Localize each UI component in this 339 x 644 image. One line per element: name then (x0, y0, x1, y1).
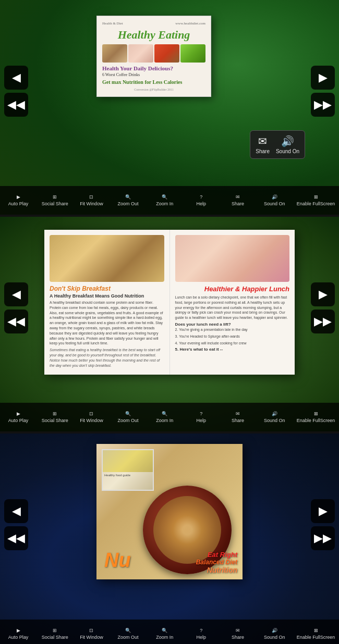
last-icon-3: ▶▶ (314, 531, 332, 545)
book-item2: Get max Nutrition for Less Calories (102, 79, 205, 85)
next-button-1[interactable]: ▶ (311, 66, 335, 90)
toolbar-zoomout-2[interactable]: 🔍 Zoom Out (114, 411, 142, 423)
toolbar-autoplay-3[interactable]: ▶ Auto Play (4, 628, 33, 640)
book-item1: 6 Worst Coffee Drinks (102, 72, 205, 77)
next-icon-3: ▶ (319, 504, 328, 518)
first-icon-2: ◀◀ (7, 315, 25, 328)
toolbar-zoomout-1[interactable]: 🔍 Zoom Out (114, 194, 142, 206)
right-section-1: Does your lunch need a lift? (175, 322, 290, 327)
zoomin-label-3: Zoom In (156, 635, 173, 640)
toolbar-help-2[interactable]: ? Help (187, 411, 215, 423)
book-1: Health & Diet www.healthdiet.com Healthy… (96, 16, 211, 97)
fitwindow-label-3: Fit Window (80, 635, 103, 640)
viewer-section-3: ◀ ▶ ◀◀ ▶▶ Healthy food guide Nu (0, 434, 339, 644)
last-icon-1: ▶▶ (314, 98, 332, 112)
toolbar-zoomin-3[interactable]: 🔍 Zoom In (150, 628, 179, 640)
right-food-image (175, 235, 290, 282)
toolbar-fullscreen-2[interactable]: ⊠ Enable FullScreen (297, 411, 335, 423)
book-double-spread: Don't Skip Breakfast A Healthy Breakfast… (44, 230, 295, 375)
toolbar-2: ▶ Auto Play ⊞ Social Share ⊡ Fit Window … (0, 403, 339, 431)
share-label: Share (256, 148, 270, 154)
zoomin-icon-3: 🔍 (162, 628, 167, 633)
toolbar-socialshare-3[interactable]: ⊞ Social Share (41, 628, 69, 640)
first-icon-1: ◀◀ (7, 98, 25, 112)
toolbar-fitwindow-3[interactable]: ⊡ Fit Window (77, 628, 106, 640)
sound-label: Sound On (276, 148, 299, 154)
toolbar-help-3[interactable]: ? Help (187, 628, 215, 640)
toolbar-socialshare-2[interactable]: ⊞ Social Share (41, 411, 69, 423)
first-button-3[interactable]: ◀◀ (4, 526, 28, 550)
text-overlay-left: Nu (104, 549, 131, 572)
last-icon-2: ▶▶ (314, 315, 332, 328)
next-icon-2: ▶ (319, 288, 328, 301)
toolbar-autoplay-2[interactable]: ▶ Auto Play (4, 411, 33, 423)
help-label-2: Help (197, 418, 207, 423)
socialshare-icon-3: ⊞ (53, 628, 57, 633)
help-icon-2: ? (200, 411, 202, 416)
toolbar-fitwindow-2[interactable]: ⊡ Fit Window (77, 411, 106, 423)
share-label-toolbar-3: Share (232, 635, 244, 640)
prev-button-1[interactable]: ◀ (4, 66, 28, 90)
toolbar-socialshare-1[interactable]: ⊞ Social Share (41, 194, 69, 206)
right-page-body: Lunch can be a solo dietary checkpoint, … (175, 295, 290, 320)
toolbar-sound-3[interactable]: 🔊 Sound On (260, 628, 289, 640)
toolbar-zoomout-3[interactable]: 🔍 Zoom Out (114, 628, 142, 640)
fullscreen-label-2: Enable FullScreen (297, 418, 335, 423)
popup-share-icon[interactable]: ✉ Share (256, 135, 270, 154)
fullscreen-label-3: Enable FullScreen (297, 635, 335, 640)
help-icon-1: ? (200, 194, 202, 200)
socialshare-label-2: Social Share (42, 418, 68, 423)
prev-button-2[interactable]: ◀ (4, 282, 28, 306)
next-button-3[interactable]: ▶ (311, 499, 335, 523)
text-balanced-diet: Balanced Diet (196, 559, 237, 566)
toolbar-fullscreen-1[interactable]: ⊠ Enable FullScreen (297, 194, 335, 206)
toolbar-share-3[interactable]: ✉ Share (224, 628, 252, 640)
small-page-img (103, 450, 153, 472)
toolbar-share-1[interactable]: ✉ Share (224, 194, 252, 206)
toolbar-help-1[interactable]: ? Help (187, 194, 215, 206)
last-button-1[interactable]: ▶▶ (311, 93, 335, 117)
last-button-3[interactable]: ▶▶ (311, 526, 335, 550)
toolbar-sound-1[interactable]: 🔊 Sound On (260, 194, 289, 206)
zoomin-label-2: Zoom In (156, 418, 173, 423)
right-section-5: 5. Here's what to eat it -- (175, 347, 290, 352)
book-main-title: Healthy Eating (102, 28, 205, 42)
autoplay-icon-2: ▶ (17, 411, 20, 416)
first-button-1[interactable]: ◀◀ (4, 93, 28, 117)
next-button-2[interactable]: ▶ (311, 282, 335, 306)
left-page-subtitle: A Healthy Breakfast Means Good Nutrition (50, 293, 164, 299)
book-single-food: Healthy food guide Nu Eat Right Balanced… (96, 444, 243, 579)
food-image-1 (102, 44, 127, 63)
book-food-row (102, 44, 205, 63)
prev-icon-3: ◀ (12, 504, 21, 518)
toolbar-zoomin-1[interactable]: 🔍 Zoom In (150, 194, 179, 206)
help-label-1: Help (197, 201, 207, 206)
last-button-2[interactable]: ▶▶ (311, 309, 335, 333)
fitwindow-icon-2: ⊡ (89, 411, 93, 416)
sound-label-toolbar-2: Sound On (264, 418, 285, 423)
left-page-body: A healthy breakfast should contain some … (50, 300, 164, 346)
toolbar-fullscreen-3[interactable]: ⊠ Enable FullScreen (297, 628, 335, 640)
zoomin-label-1: Zoom In (156, 201, 173, 206)
prev-button-3[interactable]: ◀ (4, 499, 28, 523)
book-subtitle: Health Your Daily Delicious? (102, 65, 205, 71)
book-2: Don't Skip Breakfast A Healthy Breakfast… (44, 230, 295, 375)
autoplay-label-3: Auto Play (8, 635, 29, 640)
socialshare-label-3: Social Share (42, 635, 68, 640)
first-button-2[interactable]: ◀◀ (4, 309, 28, 333)
help-icon-3: ? (200, 628, 202, 633)
book-header: Health & Diet www.healthdiet.com (102, 21, 205, 26)
toolbar-fitwindow-1[interactable]: ⊡ Fit Window (77, 194, 106, 206)
fullscreen-icon-1: ⊠ (314, 194, 318, 200)
toolbar-sound-2[interactable]: 🔊 Sound On (260, 411, 289, 423)
share-icon-1: ✉ (236, 194, 240, 200)
autoplay-label-2: Auto Play (8, 418, 29, 423)
socialshare-icon-2: ⊞ (53, 411, 57, 416)
popup-sound-icon[interactable]: 🔊 Sound On (276, 135, 299, 154)
popup-icon-row: ✉ Share 🔊 Sound On (256, 135, 299, 154)
toolbar-share-2[interactable]: ✉ Share (224, 411, 252, 423)
zoomout-label-1: Zoom Out (118, 201, 139, 206)
toolbar-autoplay-1[interactable]: ▶ Auto Play (4, 194, 33, 206)
toolbar-zoomin-2[interactable]: 🔍 Zoom In (150, 411, 179, 423)
zoomout-label-3: Zoom Out (118, 635, 139, 640)
